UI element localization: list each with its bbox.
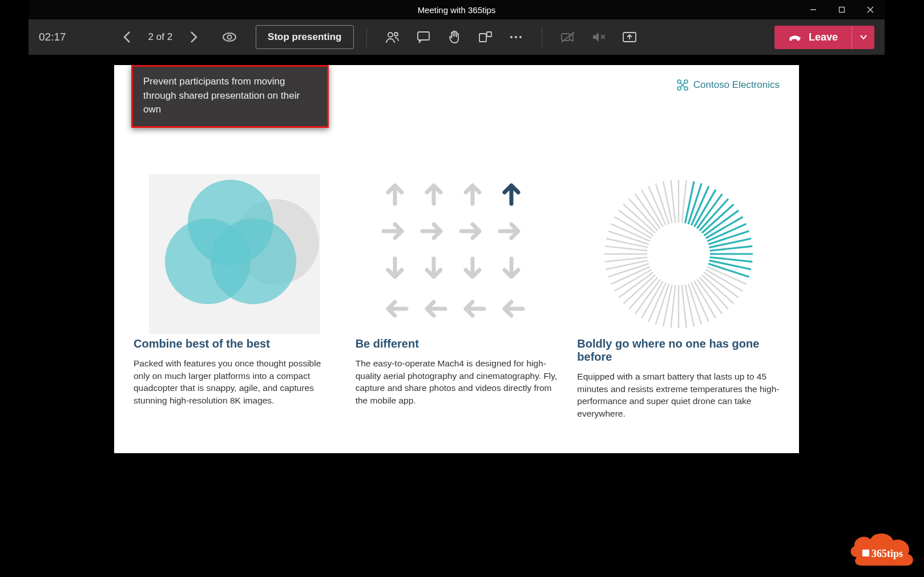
breakout-rooms-icon[interactable] bbox=[472, 24, 498, 50]
svg-line-53 bbox=[685, 285, 694, 326]
svg-line-54 bbox=[681, 285, 686, 328]
shared-slide: Contoso Electronics C Prevent participan… bbox=[114, 65, 799, 453]
slide-counter: 2 of 2 bbox=[148, 31, 173, 43]
svg-line-33 bbox=[702, 204, 734, 233]
svg-point-4 bbox=[223, 33, 236, 41]
svg-rect-8 bbox=[418, 32, 429, 40]
titlebar: Meeting with 365tips bbox=[29, 0, 885, 19]
private-view-tooltip: Prevent participants from moving through… bbox=[131, 65, 329, 128]
venn-graphic bbox=[134, 174, 336, 334]
svg-line-63 bbox=[623, 275, 655, 304]
audio-off-icon[interactable] bbox=[586, 24, 612, 50]
svg-point-11 bbox=[510, 36, 513, 38]
svg-rect-86 bbox=[862, 550, 869, 556]
next-slide-button[interactable] bbox=[183, 26, 204, 48]
arrows-graphic bbox=[356, 174, 558, 334]
watermark-365tips: 365tips bbox=[845, 526, 918, 571]
leave-dropdown[interactable] bbox=[852, 26, 874, 49]
share-screen-icon[interactable] bbox=[616, 24, 643, 50]
meeting-toolbar: 02:17 2 of 2 Stop presenting bbox=[29, 19, 885, 55]
svg-rect-9 bbox=[479, 34, 486, 42]
minimize-button[interactable] bbox=[799, 0, 828, 19]
svg-line-32 bbox=[699, 199, 728, 231]
close-button[interactable] bbox=[856, 0, 885, 19]
svg-line-84 bbox=[671, 180, 675, 223]
svg-rect-1 bbox=[840, 7, 845, 13]
presentation-area: Contoso Electronics C Prevent participan… bbox=[29, 55, 885, 527]
svg-rect-10 bbox=[487, 32, 491, 37]
svg-line-69 bbox=[604, 257, 647, 262]
brand-logo: Contoso Electronics bbox=[676, 79, 780, 91]
starburst-graphic bbox=[577, 174, 780, 334]
svg-point-7 bbox=[394, 33, 398, 36]
col2-body: The easy-to-operate Mach4 is designed fo… bbox=[356, 357, 558, 407]
window-title: Meeting with 365tips bbox=[418, 5, 496, 15]
col1-heading: Combine best of the best bbox=[134, 337, 336, 350]
leave-label: Leave bbox=[809, 31, 838, 43]
svg-line-47 bbox=[702, 275, 734, 304]
chat-icon[interactable] bbox=[410, 24, 437, 50]
toolbar-separator bbox=[366, 27, 367, 47]
toolbar-separator bbox=[542, 27, 542, 47]
svg-point-5 bbox=[228, 35, 232, 39]
svg-line-71 bbox=[604, 246, 647, 251]
svg-point-6 bbox=[388, 33, 393, 37]
svg-point-12 bbox=[515, 36, 517, 38]
col3-body: Equipped with a smart battery that lasts… bbox=[577, 370, 780, 420]
col2-heading: Be different bbox=[356, 337, 558, 350]
brand-name: Contoso Electronics bbox=[693, 79, 780, 91]
raise-hand-icon[interactable] bbox=[441, 24, 467, 50]
private-view-toggle[interactable] bbox=[218, 31, 241, 43]
svg-line-78 bbox=[629, 199, 657, 231]
svg-line-56 bbox=[671, 285, 675, 328]
svg-line-48 bbox=[699, 277, 728, 309]
svg-text:365tips: 365tips bbox=[871, 548, 903, 559]
hangup-icon bbox=[788, 33, 802, 42]
svg-point-13 bbox=[519, 36, 522, 38]
tooltip-text: Prevent participants from moving through… bbox=[143, 76, 300, 115]
col3-heading: Boldly go where no one has gone before bbox=[577, 337, 780, 364]
slide-column-3: Boldly go where no one has gone before E… bbox=[577, 174, 780, 420]
camera-off-icon[interactable] bbox=[555, 24, 581, 50]
prev-slide-button[interactable] bbox=[116, 26, 138, 48]
svg-line-57 bbox=[663, 285, 672, 326]
svg-line-27 bbox=[685, 181, 694, 223]
svg-line-68 bbox=[606, 260, 648, 269]
participants-icon[interactable] bbox=[380, 24, 406, 50]
svg-line-62 bbox=[629, 277, 657, 309]
maximize-button[interactable] bbox=[828, 0, 856, 19]
svg-line-72 bbox=[606, 239, 648, 248]
slide-column-1: Combine best of the best Packed with fea… bbox=[134, 174, 336, 420]
slide-column-2: Be different The easy-to-operate Mach4 i… bbox=[356, 174, 558, 420]
drone-icon bbox=[676, 79, 689, 91]
leave-button[interactable]: Leave bbox=[774, 26, 852, 49]
meeting-timer: 02:17 bbox=[39, 31, 66, 43]
more-actions-icon[interactable] bbox=[503, 24, 529, 50]
stop-presenting-button[interactable]: Stop presenting bbox=[256, 25, 353, 49]
svg-line-83 bbox=[663, 181, 672, 223]
col1-body: Packed with features you once thought po… bbox=[134, 357, 336, 407]
svg-line-77 bbox=[623, 204, 655, 233]
